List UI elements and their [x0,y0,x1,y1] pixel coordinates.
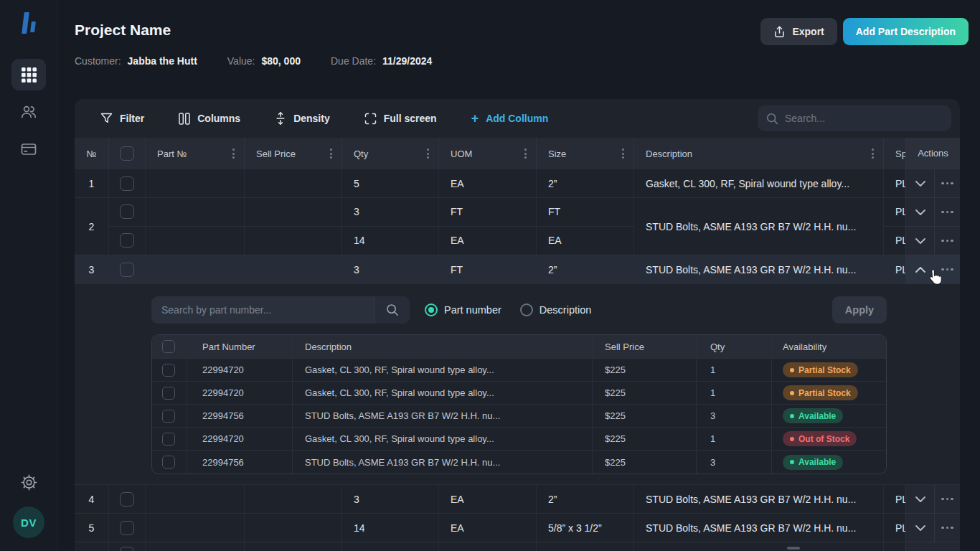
density-button[interactable]: Density [275,112,330,125]
sell-price-cell [245,169,342,197]
status-dot-icon [790,414,794,418]
columns-icon [179,113,190,125]
actions-cell [905,542,960,551]
part-search-input[interactable] [151,296,374,324]
uom-cell: EA [439,485,537,513]
row-checkbox[interactable] [120,176,134,191]
expand-row-button[interactable] [906,227,935,255]
column-menu-icon[interactable] [425,146,431,161]
status-badge: Available [783,408,843,423]
add-part-description-button[interactable]: Add Part Description [843,18,969,45]
expand-row-button[interactable] [906,485,935,513]
part-qty: 3 [697,405,772,427]
row-checkbox[interactable] [120,492,134,507]
expand-row-button[interactable] [906,198,935,226]
part-sell-price: $225 [593,428,697,450]
app-logo-icon [11,6,46,40]
part-description: Gasket, CL 300, RF, Spiral wound type al… [293,359,593,381]
row-checkbox[interactable] [120,233,134,248]
columns-button[interactable]: Columns [179,113,240,125]
row-menu-button[interactable] [935,169,960,197]
part-cell [146,255,245,283]
part-sell-price: $225 [593,359,697,381]
radio-unselected-icon [520,303,533,316]
part-number: 22994720 [187,359,293,381]
sidebar-item-grid[interactable] [11,59,46,90]
customer-label: Customer: [75,55,121,67]
fullscreen-button[interactable]: Full screen [364,113,437,125]
part-cell [146,169,245,197]
value-label: Value: [227,55,255,67]
column-menu-icon[interactable] [328,146,334,161]
gear-icon [20,474,38,491]
row-menu-button[interactable] [935,198,960,226]
page-title: Project Name [75,22,171,39]
sell-price-cell [245,485,342,513]
user-avatar[interactable]: DV [11,507,46,538]
row-checkbox[interactable] [120,263,134,277]
row-checkbox[interactable] [162,433,175,446]
row-checkbox[interactable] [162,387,175,400]
row-menu-button[interactable] [935,255,960,283]
fullscreen-icon [364,113,377,125]
radio-description[interactable]: Description [520,303,592,316]
qty-cell: 5 [342,169,439,197]
size-cell: EA [537,227,634,255]
qty-cell: 3 [342,255,439,283]
table-row-group: 2 3 FT FT 14 EA EA STUD Bolts, ASME A193… [75,198,960,255]
expand-row-button[interactable] [906,169,935,197]
filter-icon [100,113,113,124]
column-menu-icon[interactable] [230,146,237,161]
radio-part-number[interactable]: Part number [425,303,501,316]
credit-card-icon [20,141,37,158]
row-menu-button[interactable] [935,227,960,255]
row-menu-button[interactable] [935,485,960,513]
export-button[interactable]: Export [760,18,837,45]
header-qty: Qty [342,138,439,169]
expand-row-button[interactable] [906,514,935,542]
size-cell: FT [537,198,634,226]
table-row-expanded: 3 3 FT 2” STUD Bolts, ASME A193 GR B7 W/… [75,255,960,284]
row-checkbox[interactable] [120,204,134,219]
size-cell: 2” [537,255,634,283]
row-checkbox[interactable] [120,547,134,551]
part-qty: 1 [697,428,772,450]
row-checkbox[interactable] [120,521,134,535]
collapse-row-button[interactable] [906,255,935,283]
row-checkbox[interactable] [162,456,175,468]
subtable-header-sell: Sell Price [593,335,697,358]
sidebar-item-users[interactable] [11,96,46,128]
apply-button[interactable]: Apply [832,296,887,324]
part-search[interactable] [151,296,410,324]
row-checkbox[interactable] [162,364,175,377]
due-date-value: 11/29/2024 [382,55,432,67]
avatar-initials: DV [13,507,44,538]
row-checkbox[interactable] [162,410,175,423]
column-menu-icon[interactable] [620,146,626,161]
select-all-checkbox[interactable] [120,146,134,161]
subtable-select-all-checkbox[interactable] [162,340,175,353]
sell-price-cell [245,198,342,226]
row-menu-button[interactable] [935,514,960,542]
part-description: Gasket, CL 300, RF, Spiral wound type al… [293,428,593,450]
part-search-button[interactable] [374,296,410,324]
column-menu-icon[interactable] [870,146,876,161]
sidebar: DV [0,0,57,551]
subtable-row: 22994720 Gasket, CL 300, RF, Spiral woun… [152,428,886,451]
column-menu-icon[interactable] [522,146,529,161]
subtable-row: 22994756 STUD Bolts, ASME A193 GR B7 W/2… [152,405,886,428]
horizontal-scrollbar-thumb[interactable] [787,547,800,550]
part-qty: 1 [697,382,772,404]
table-search[interactable] [758,105,951,131]
settings-button[interactable] [11,466,46,498]
actions-cell [905,198,960,227]
part-number: 22994756 [187,405,293,427]
header-sell-price: Sell Price [245,138,342,169]
table-search-input[interactable] [785,113,943,124]
part-description: STUD Bolts, ASME A193 GR B7 W/2 H.H. nu.… [293,451,593,474]
filter-button[interactable]: Filter [100,113,144,124]
add-column-button[interactable]: + Add Collumn [471,112,549,125]
sidebar-item-billing[interactable] [11,133,46,165]
part-number: 22994756 [187,451,293,474]
header-description: Description [634,138,884,169]
